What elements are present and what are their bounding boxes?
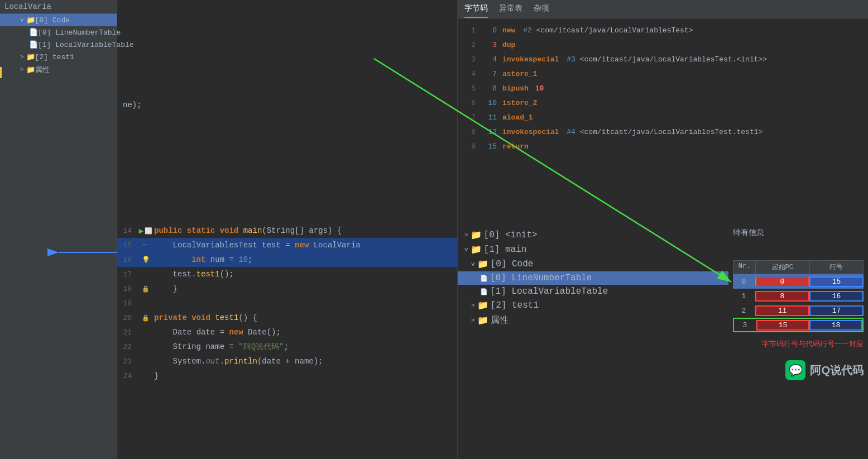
run-icon[interactable]: ▶ <box>139 226 143 236</box>
header-line: 行号 <box>810 261 864 274</box>
bt-item-localvartable[interactable]: 📄 [1] LocalVariableTable <box>458 285 728 298</box>
lightbulb-icon[interactable]: 💡 <box>142 256 150 264</box>
bottom-left-panel: 14 ▶ ⬜ public static void main(String[] … <box>0 223 458 459</box>
tab-bytecode[interactable]: 字节码 <box>464 3 488 18</box>
tree-item-test1[interactable]: > 📁 [2] test1 <box>0 51 117 63</box>
file-icon: 📄 <box>29 28 38 37</box>
code-content-15: LocalVariablesTest test = new LocalVaria <box>154 241 457 250</box>
tab-exceptions[interactable]: 异常表 <box>499 3 522 18</box>
bc-linenum: 6 <box>464 99 476 107</box>
bytecode-line-8: 8 12 invokespecial #4 <com/itcast/java/L… <box>458 125 868 139</box>
bc-offset: 11 <box>480 113 497 122</box>
cell-line-2: 17 <box>809 305 864 316</box>
expand-icon: > <box>20 66 24 73</box>
tree-panel: LocalVaria v 📁 [0] Code 📄 [0] LineNumber… <box>0 0 117 223</box>
bytecode-line-7: 7 11 aload_1 <box>458 110 868 125</box>
code-line-19: 19 <box>117 296 457 310</box>
tree-item-attrs[interactable]: > 📁 属性 <box>0 63 117 76</box>
expand-icon: v <box>471 261 475 267</box>
bc-ref: #2 <box>519 26 536 35</box>
bookmark-gutter: ⬜ <box>145 227 152 235</box>
bc-offset: 3 <box>480 41 497 49</box>
bt-item-linenumbertable[interactable]: 📄 [0] LineNumberTable <box>458 271 728 285</box>
lock-icon2: 🔒 <box>142 314 150 322</box>
bytecode-line-6: 6 10 istore_2 <box>458 95 868 110</box>
bc-offset: 4 <box>480 55 497 64</box>
header-pc: 起始PC <box>756 261 810 274</box>
line-number: 15 <box>117 241 137 250</box>
bookmark-gutter: 🔒 <box>137 285 154 293</box>
cell-pc-0: 0 <box>755 278 809 286</box>
bt-label: [2] test1 <box>491 300 539 310</box>
cell-pc-1: 8 <box>755 291 809 302</box>
cell-nr-2: 2 <box>733 307 755 315</box>
bottom-tree-panel: > 📁 [0] <init> v 📁 [1] main v <box>458 223 728 459</box>
line-number: 24 <box>117 372 137 380</box>
special-info-panel: 特有信息 Nr. 起始PC 行号 0 0 15 <box>728 223 868 459</box>
bookmark-gutter2: 🔒 <box>137 314 154 322</box>
bt-item-attrs[interactable]: > 📁 属性 <box>458 313 728 328</box>
code-snippet: ne); <box>123 101 142 109</box>
expand-icon: v <box>20 17 24 23</box>
folder-icon: 📁 <box>26 52 35 61</box>
line-number: 19 <box>117 299 137 308</box>
cell-nr-3: 3 <box>734 321 756 329</box>
code-area-bottom: 14 ▶ ⬜ public static void main(String[] … <box>117 223 457 459</box>
tree-label: [0] LineNumberTable <box>38 28 121 37</box>
bytecode-line-1: 1 0 new #2 <com/itcast/java/LocalVariabl… <box>458 23 868 37</box>
bytecode-line-9: 9 15 return <box>458 139 868 154</box>
bottom-right-panel: > 📁 [0] <init> v 📁 [1] main v <box>458 223 868 459</box>
table-row-1: 1 8 16 <box>733 289 864 303</box>
bc-offset: 15 <box>480 142 497 151</box>
cell-pc-2: 11 <box>755 305 809 316</box>
line-number: 22 <box>117 343 137 351</box>
bytecode-content: 1 0 new #2 <com/itcast/java/LocalVariabl… <box>458 18 868 223</box>
bc-linenum: 7 <box>464 113 476 122</box>
panel-title: LocalVaria <box>0 0 117 14</box>
bc-offset: 10 <box>480 99 497 107</box>
tree-item-code[interactable]: v 📁 [0] Code <box>0 14 117 26</box>
code-content-16: int num = 10; <box>154 255 457 264</box>
cell-nr-1: 1 <box>733 292 755 300</box>
bc-instr: dup <box>502 41 515 49</box>
tree-item-linenumber[interactable]: 📄 [0] LineNumberTable <box>0 26 117 39</box>
folder-icon: 📁 <box>26 16 35 25</box>
tree-label: [0] Code <box>35 16 70 25</box>
code-line-23: 23 System.out.println(date + name); <box>117 354 457 369</box>
bt-item-code[interactable]: v 📁 [0] Code <box>458 257 728 271</box>
watermark: 💬 阿Q说代码 <box>733 360 864 380</box>
code-line-16: 16 💡 int num = 10; <box>117 252 457 267</box>
bt-label: [0] <init> <box>484 230 538 240</box>
bytecode-tabs: 字节码 异常表 杂项 <box>458 0 868 18</box>
arrow-gutter: ← <box>137 240 154 250</box>
bt-item-main[interactable]: v 📁 [1] main <box>458 242 728 257</box>
arrow-icon: ← <box>143 240 148 250</box>
tab-misc[interactable]: 杂项 <box>534 3 549 18</box>
line-number: 17 <box>117 270 137 279</box>
special-info-label: 特有信息 <box>733 228 864 238</box>
bc-instr: bipush <box>502 84 529 93</box>
bc-instr: new <box>502 26 515 35</box>
bc-instr: istore_2 <box>502 99 537 107</box>
table-row-0: 0 0 15 <box>733 274 864 289</box>
tree-label: 属性 <box>35 65 50 75</box>
bc-offset: 7 <box>480 70 497 78</box>
cell-line-0: 15 <box>809 276 864 287</box>
line-number: 18 <box>117 285 137 293</box>
bytecode-line-3: 3 4 invokespecial #3 <com/itcast/java/Lo… <box>458 52 868 66</box>
table-header: Nr. 起始PC 行号 <box>733 260 864 274</box>
code-content-22: String name = "阿Q说代码"; <box>154 342 457 352</box>
bc-offset: 0 <box>480 26 497 35</box>
bc-linenum: 4 <box>464 70 476 78</box>
bulb-gutter: 💡 <box>137 256 154 264</box>
bt-item-init[interactable]: > 📁 [0] <init> <box>458 228 728 242</box>
code-content-14: public static void main(String[] args) { <box>154 226 457 235</box>
line-number: 16 <box>117 256 137 264</box>
top-left-panel: LocalVaria v 📁 [0] Code 📄 [0] LineNumber… <box>0 0 458 223</box>
expand-icon: > <box>20 54 24 60</box>
folder-icon: 📁 <box>26 65 35 74</box>
bt-item-test1[interactable]: > 📁 [2] test1 <box>458 298 728 313</box>
bc-linenum: 1 <box>464 26 476 35</box>
code-line-20: 20 🔒 private void test1() { <box>117 310 457 325</box>
tree-item-localvar[interactable]: 📄 [1] LocalVariableTable <box>0 39 117 51</box>
